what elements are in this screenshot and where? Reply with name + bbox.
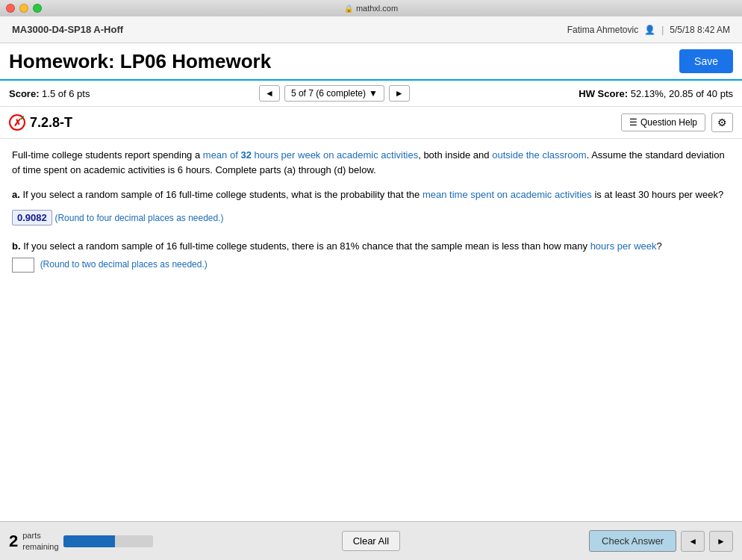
part-a: a. If you select a random sample of 16 f… [12,187,730,228]
highlight-mean: mean of 32 hours per week on academic ac… [203,149,418,161]
user-name: Fatima Ahmetovic [567,25,638,35]
question-id-display: ✓ 7.2.8-T [9,114,72,131]
page-title: Homework: LP06 Homework [9,50,271,73]
parts-label: parts remaining [22,530,58,552]
footer-action-bar: 2 parts remaining Clear All Check Answer… [0,521,742,560]
score-value: 1.5 of 6 pts [42,88,90,99]
part-b-hint: (Round to two decimal places as needed.) [40,259,208,270]
answer-status-icon: ✓ [9,114,25,131]
highlight-outside: outside the classroom [492,149,586,161]
part-b: b. If you select a random sample of 16 f… [12,239,730,273]
divider: | [661,25,664,35]
dropdown-arrow: ▼ [369,88,378,99]
user-icon: 👤 [644,25,655,35]
score-display: Score: 1.5 of 6 pts [9,88,90,99]
part-b-text: b. If you select a random sample of 16 f… [12,240,662,252]
nav-controls: ◄ 5 of 7 (6 complete) ▼ ► [259,85,410,102]
next-question-button[interactable]: ► [389,85,410,102]
footer-next-button[interactable]: ► [709,531,733,552]
parts-line2: remaining [22,541,58,552]
part-b-label: b. [12,240,23,252]
progress-fill [63,535,116,547]
lock-icon: 🔒 [344,4,353,13]
progress-text: 5 of 7 (6 complete) [291,88,366,99]
content-area: Full-time college students report spendi… [0,139,742,560]
parts-remaining: 2 parts remaining [9,530,153,552]
part-a-answer-row: 0.9082 (Round to four decimal places as … [12,207,730,228]
hw-score-label: HW Score: [579,88,628,99]
question-controls: ☰ Question Help ⚙ [621,113,733,132]
maximize-button[interactable] [33,4,42,13]
question-help-button[interactable]: ☰ Question Help [621,113,705,131]
date-time: 5/5/18 8:42 AM [670,25,730,35]
part-a-label: a. [12,189,22,200]
part-b-highlight: hours per week [590,240,657,252]
top-nav: MA3000-D4-SP18 A-Hoff Fatima Ahmetovic 👤… [0,16,742,43]
page-header: Homework: LP06 Homework Save [0,43,742,81]
hw-score-value: 52.13%, 20.85 of 40 pts [631,88,733,99]
part-a-hint: (Round to four decimal places as needed.… [54,213,223,223]
parts-number: 2 [9,532,18,551]
course-id: MA3000-D4-SP18 A-Hoff [12,24,123,35]
parts-line1: parts [22,530,58,541]
problem-intro: Full-time college students report spendi… [12,148,730,177]
qhelp-icon: ☰ [629,117,637,128]
progress-dropdown[interactable]: 5 of 7 (6 complete) ▼ [284,85,384,102]
title-bar: 🔒 mathxl.com [344,4,398,13]
prev-question-button[interactable]: ◄ [259,85,280,102]
parts-progress-bar [63,535,153,547]
user-info: Fatima Ahmetovic 👤 | 5/5/18 8:42 AM [567,25,730,35]
settings-button[interactable]: ⚙ [711,113,733,132]
question-header: ✓ 7.2.8-T ☰ Question Help ⚙ [0,107,742,139]
part-a-answer: 0.9082 [12,210,52,225]
footer-center: Clear All [342,531,400,551]
close-button[interactable] [6,4,15,13]
save-button[interactable]: Save [679,49,733,73]
check-answer-button[interactable]: Check Answer [589,530,676,552]
url-text: mathxl.com [356,4,398,13]
score-bar: Score: 1.5 of 6 pts ◄ 5 of 7 (6 complete… [0,81,742,107]
part-b-input[interactable] [12,258,34,273]
clear-all-button[interactable]: Clear All [342,531,400,551]
part-a-highlight: mean time spent on academic activities [423,189,592,200]
footer-right: Check Answer ◄ ► [589,530,733,552]
score-label: Score: [9,88,39,99]
partial-check: ✓ [19,114,25,122]
minimize-button[interactable] [19,4,28,13]
part-b-answer-row: (Round to two decimal places as needed.) [12,258,730,273]
footer-prev-button[interactable]: ◄ [681,531,705,552]
qhelp-label: Question Help [640,117,697,128]
problem-content: Full-time college students report spendi… [0,139,742,475]
part-a-text: a. If you select a random sample of 16 f… [12,189,723,200]
question-id: 7.2.8-T [30,115,72,131]
hw-score-display: HW Score: 52.13%, 20.85 of 40 pts [579,88,733,99]
